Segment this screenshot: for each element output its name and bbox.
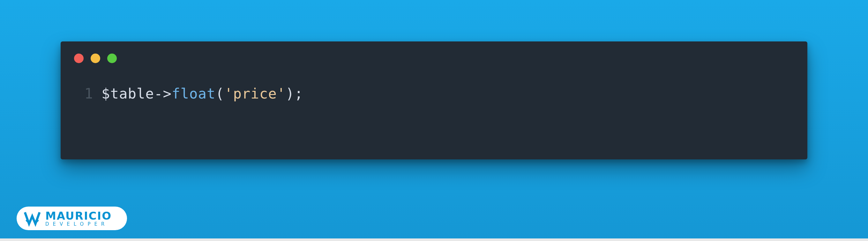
brand-badge: MAURICIO DEVELOPER	[17, 207, 127, 230]
token-arrow: ->	[154, 85, 172, 102]
page-bottom-strip	[0, 238, 868, 241]
token-semicolon: ;	[294, 85, 304, 102]
code-content: $table->float('price');	[101, 85, 303, 102]
brand-logo-icon	[24, 210, 41, 227]
zoom-icon[interactable]	[107, 54, 117, 63]
close-icon[interactable]	[74, 54, 84, 63]
brand-text: MAURICIO DEVELOPER	[45, 210, 112, 227]
minimize-icon[interactable]	[91, 54, 100, 63]
brand-name: MAURICIO	[45, 210, 112, 221]
brand-subtitle: DEVELOPER	[45, 222, 112, 227]
token-function: float	[172, 85, 215, 102]
code-line: 1 $table->float('price');	[74, 85, 794, 102]
token-open-paren: (	[215, 85, 224, 102]
token-close-paren: )	[286, 85, 294, 102]
token-variable: $table	[101, 85, 154, 102]
window-controls	[74, 54, 794, 63]
line-number: 1	[74, 85, 93, 102]
code-window: 1 $table->float('price');	[61, 41, 807, 160]
token-string: 'price'	[224, 85, 286, 102]
